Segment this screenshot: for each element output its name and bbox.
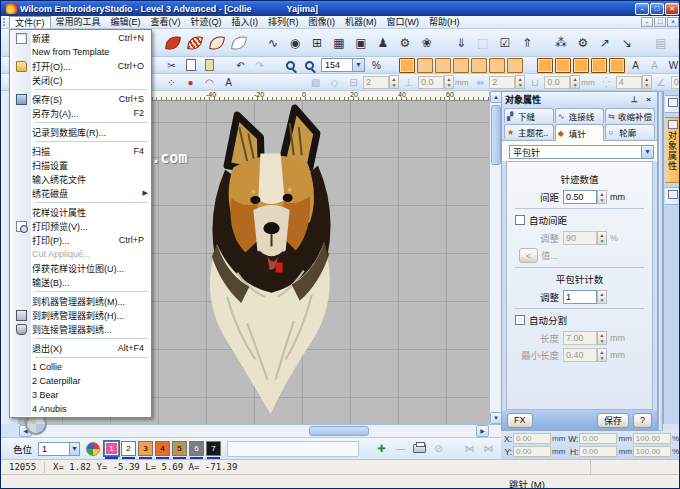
file-menu-item[interactable]: 到连接管理器刺绣... [11,322,150,336]
add-color-icon[interactable]: ✚ [373,441,390,457]
menu-item-4[interactable]: 针迹(Q) [186,16,227,28]
color-swatch-5[interactable]: 5 [172,441,187,456]
count-adjust-spinner[interactable]: ▲▼ [597,290,607,304]
file-menu-item[interactable]: 花样设计属性 [11,205,150,219]
effect-zigzag-icon[interactable] [537,58,553,73]
file-menu-item[interactable]: 扫描设置 [11,158,150,172]
collie-embroidery-design[interactable] [196,103,344,421]
mdi-minimize-button[interactable]: - [641,17,653,27]
digitize-run-icon[interactable]: ∿ [263,32,283,54]
book-a-icon[interactable]: ▤ [651,32,671,54]
file-menu-item[interactable]: 4 Anubis [11,402,150,416]
mirror-horizontal-icon[interactable]: ⋈ [461,441,478,457]
tab-connectors[interactable]: ∿连接线 [555,108,605,123]
restore-button[interactable]: □ [650,3,664,15]
side-tab-grid-icon[interactable] [665,187,680,205]
book-b-icon[interactable]: ▥ [673,32,680,54]
scroll-right-icon[interactable]: ▶ [476,425,489,437]
resize-disabled-icon[interactable]: ⬚ [473,32,493,54]
stitch-satin-icon[interactable] [399,58,415,73]
effects-fx-button[interactable]: FX [507,413,533,428]
underlay-toggle-icon[interactable]: ▧ [307,74,324,90]
file-menu-item[interactable]: 退出(X)Alt+F4 [11,341,150,355]
network-nodes-icon[interactable]: ⁂ [551,32,571,54]
menu-item-0[interactable]: 文件(F) [9,16,51,28]
tab-outline[interactable]: ○轮廓 [605,124,655,139]
redo-icon[interactable]: ↷ [251,57,268,73]
tab-motif-fill[interactable]: ★主题花.. [504,124,554,139]
save-button[interactable]: 保存 [597,413,629,428]
stitch-motif-icon[interactable] [435,58,451,73]
menu-item-5[interactable]: 插入(I) [227,16,264,28]
help-button[interactable]: ? [633,413,652,428]
file-menu-item[interactable]: Cut Appliqué... [11,247,150,261]
ellipse-tool-icon[interactable]: ● [182,74,199,90]
underlay-spacing-icon[interactable]: ⊥ [400,74,417,90]
underlay-count-icon[interactable]: ⊟ [345,74,362,90]
print-palette-icon[interactable] [411,441,428,457]
grid-settings-icon[interactable]: ⊞ [307,32,327,54]
stitch-program-split-icon[interactable] [453,58,469,73]
color-swatch-3[interactable]: 3 [138,441,153,456]
color-swatch-7[interactable]: 7 [206,441,221,456]
effect-satin2-icon[interactable] [555,58,571,73]
hide-colors-icon[interactable]: ⊘ [430,441,447,457]
fill-leaf-red-icon[interactable] [163,32,183,54]
file-menu-item[interactable]: 2 Caterpillar [11,374,150,388]
table-icon[interactable]: ▦ [329,32,349,54]
zoom-combo[interactable]: 154▼ [321,58,365,72]
menu-item-6[interactable]: 排列(R) [263,16,304,28]
machine-gears-icon[interactable]: ⚙ [395,32,415,54]
file-menu-item[interactable]: 俘获花样设计位图(U)... [11,261,150,275]
lettering-a-icon[interactable]: A [627,57,644,73]
grid-count-icon[interactable]: ⁛ [598,74,615,90]
link-b-icon[interactable]: ↘ [617,32,637,54]
file-menu-item[interactable]: 关闭(C) [11,73,150,87]
count-adjust-input[interactable]: 1 [563,290,597,304]
stitch-ripple-icon[interactable] [507,58,523,73]
overlap-spacing-icon[interactable]: ⊔ [526,74,543,90]
file-menu-item[interactable]: 到刺绣管理器刺绣(H)... [11,308,150,322]
file-menu-item[interactable]: 扫描F4 [11,144,150,158]
stitch-cross-icon[interactable] [489,58,505,73]
menu-item-2[interactable]: 编辑(E) [106,16,146,28]
fill-leaf-hatch-icon[interactable] [185,32,205,54]
panel-close-icon[interactable]: × [643,94,654,105]
menu-item-3[interactable]: 查看(V) [146,16,186,28]
file-menu-item[interactable]: 绣花磁盘▶ [11,186,150,200]
file-menu-item[interactable]: 3 Bear [11,388,150,402]
cut-icon[interactable]: ✂ [163,57,180,73]
stitch-type-select[interactable]: 平包针 ▼ [509,145,654,159]
color-swatch-4[interactable]: 4 [155,441,170,456]
overlap-count-icon[interactable]: ⇻ [471,74,488,90]
fill-leaf-white-icon[interactable] [229,32,249,54]
color-swatch-6[interactable]: 6 [189,441,204,456]
file-menu-item[interactable]: 输入绣花文件 [11,172,150,186]
lettering-tool-icon[interactable]: A [220,74,237,90]
file-menu-item[interactable]: 输送(B)... [11,275,150,289]
arch-tool-icon[interactable]: ◠ [201,74,218,90]
auto-spacing-checkbox[interactable] [515,215,525,225]
file-menu-item[interactable]: 保存(S)Ctrl+S [11,92,150,106]
offset-icon[interactable]: ∠ [653,74,670,90]
stitch-tatami-icon[interactable] [417,58,433,73]
file-menu-item[interactable]: 记录到数据库(R)... [11,125,150,139]
paste-icon[interactable] [201,57,218,73]
zoom-percent-button[interactable]: % [368,57,385,73]
remove-color-icon[interactable]: — [392,441,409,457]
auto-split-row[interactable]: 自动分割 [515,313,644,327]
file-menu-item[interactable]: 到机器管理器刺绣(M)... [11,294,150,308]
color-swatch-2[interactable]: 2 [121,441,136,456]
file-menu-item[interactable]: 打印预览(V)... [11,219,150,233]
menu-item-1[interactable]: 常用的工具 [51,16,106,28]
export-object-icon[interactable]: ⇑ [517,32,537,54]
vertical-scrollbar[interactable]: ▲ ▼ [489,91,501,424]
flower-motif-icon[interactable]: ❀ [417,32,437,54]
mannequin-icon[interactable]: ♟ [373,32,393,54]
mdi-restore-button[interactable]: □ [654,17,666,27]
file-menu-item[interactable]: 1 Collie [11,360,150,374]
side-tab-docked-icon[interactable] [665,95,680,113]
angle-toggle-icon[interactable]: ◇ [326,74,343,90]
tab-underlay[interactable]: ▞下缝 [504,108,554,123]
vertical-scroll-thumb[interactable] [491,105,501,165]
